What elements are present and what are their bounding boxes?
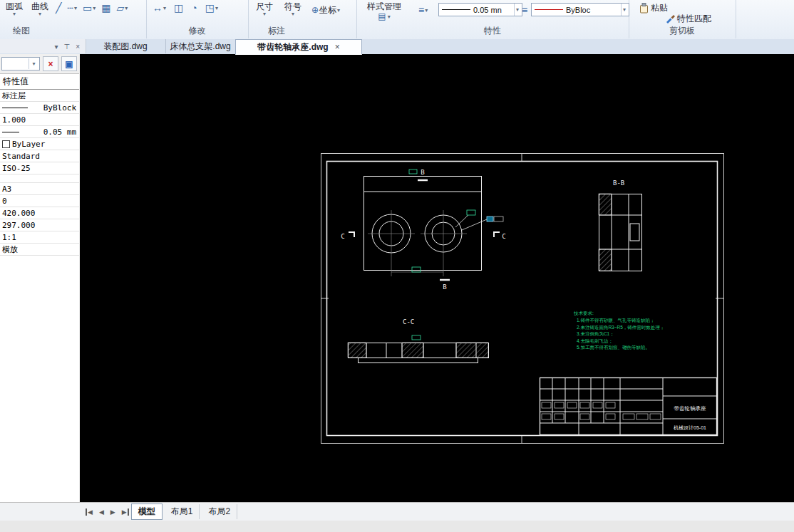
next-layout-button[interactable]: ▶ [110,508,115,516]
lineweight-sample-line [442,9,470,10]
first-layout-button[interactable]: ◀ [86,508,93,516]
chevron-down-icon [125,6,128,11]
chevron-down-icon [74,6,77,11]
group-label-modify: 修改 [146,25,248,37]
properties-palette: × ▣ 特性值 标注层 ByBlock 1.000 0.05 mm ByLaye… [0,54,81,502]
property-value: Standard [2,152,40,161]
polygon-icon: ▱ [116,2,124,14]
style-manager-button[interactable]: 样式管理 ▤ [364,1,405,22]
main-view [364,177,482,271]
view-label-cc: C-C [403,318,414,325]
section-marks: B B C C [341,169,505,291]
drawing-canvas[interactable]: B B C C B-B C-C 技术要求: 1.铸件不得有砂眼 [80,54,794,502]
property-row-bylayer[interactable]: ByLayer [0,138,79,150]
array-icon: ◳ [205,2,215,14]
palette-close-icon[interactable]: × [76,43,80,51]
line-sample [2,108,28,108]
sheet-inner-border [327,162,718,436]
tab-model[interactable]: 模型 [131,504,163,520]
dimension-button-label: 尺寸 [256,1,273,11]
tech-requirements-title: 技术要求: [573,311,594,316]
ribbon-group-draw: 圆弧 曲线 ╱ ┄ ▭ ▦ ▱ [0,0,147,38]
tech-requirements: 技术要求: 1.铸件不得有砂眼、气孔等铸造缺陷； 2.未注铸造圆角R3~R5，铸… [573,311,664,350]
tab-layout1[interactable]: 布局1 [165,504,200,519]
tech-line-4: 4.去除毛刺飞边； [577,338,613,344]
arc-button[interactable]: 圆弧 [2,1,26,17]
property-row-linetype-scale[interactable]: 1.000 [0,114,79,126]
tab-close-icon[interactable]: × [335,42,340,52]
property-row-paper-size[interactable]: A3 [0,183,79,195]
rotate-button[interactable]: ◔ [189,1,199,15]
last-layout-button[interactable]: ▶ [122,508,129,516]
cad-drawing: B B C C B-B C-C 技术要求: 1.铸件不得有砂眼 [80,54,794,502]
property-value: 0.05 mm [43,127,78,137]
property-value: 297.000 [2,221,35,230]
lineweight-select[interactable]: 0.05 mn [438,3,522,16]
rotate-icon: ◔ [191,2,197,14]
property-row-layer[interactable]: 标注层 [0,90,79,102]
property-row-height[interactable]: 297.000 [0,219,79,231]
curve-button[interactable]: 曲线 [28,1,52,17]
property-row-dim-style[interactable]: ISO-25 [0,162,79,174]
group-label-properties: 特性 [356,25,629,37]
layer-menu-button[interactable]: ≡ [416,3,430,17]
curve-button-label: 曲线 [31,1,48,11]
property-value: ByBlock [43,103,78,113]
style-list-icon: ▤ [378,11,386,21]
array-button[interactable]: ◳ [203,1,220,15]
ribbon-group-annotate: 尺寸 符号 ⊕ 坐标 标注 [248,0,357,38]
view-bb [599,194,642,271]
linetype-tool-button[interactable]: ┄ [65,1,78,15]
property-row-width[interactable]: 420.000 [0,207,79,219]
chevron-down-icon [337,8,340,13]
property-row-orientation[interactable]: 横放 [0,244,79,256]
line-icon: ╱ [56,2,61,14]
property-filter-select[interactable] [1,57,40,71]
property-row-color[interactable]: ByBlock [0,102,79,114]
property-value: ByLayer [12,140,45,149]
line-tool-button[interactable]: ╱ [53,1,63,15]
prev-layout-button[interactable]: ◀ [99,508,104,516]
property-row-scale[interactable]: 1:1 [0,231,79,244]
checkbox[interactable] [2,140,10,148]
match-properties-button[interactable]: 特性匹配 [663,11,713,26]
property-row-lineweight[interactable]: 0.05 mm [0,126,79,138]
chevron-down-icon [32,61,35,66]
property-row-spacer [0,174,79,183]
statusbar: ◀ ◀ ▶ ▶ 模型 布局1 布局2 [0,502,794,521]
rectangle-tool-button[interactable]: ▭ [81,1,98,15]
doc-tab-label: 装配图.dwg [103,41,147,53]
polygon-tool-button[interactable]: ▱ [114,1,130,15]
tab-layout2[interactable]: 布局2 [202,504,237,519]
chevron-down-icon [163,6,166,11]
group-label-draw: 绘图 [0,25,43,37]
brush-icon [665,14,675,24]
property-row-margin[interactable]: 0 [0,195,79,207]
ribbon-group-modify: ↔ ◫ ◔ ◳ 修改 [146,0,249,38]
property-value: 横放 [2,244,18,255]
section-label-b-top: B [421,169,424,176]
symbol-button[interactable]: 符号 [281,1,305,17]
dashed-line-icon: ┄ [67,2,73,14]
palette-dropdown-icon[interactable]: ▾ [54,43,58,51]
section-label-b-bottom: B [443,283,446,291]
clear-selection-button[interactable]: × [43,56,58,71]
palette-pin-icon[interactable]: ⊤ [63,43,70,51]
doc-tab-bed-frame[interactable]: 床体总支架.dwg [155,39,247,53]
linetype-menu-icon-button[interactable]: ≡ [520,3,530,17]
doc-tab-gear-bearing-seat[interactable]: 带齿轮轴承座.dwg × [235,39,362,55]
hatch-icon: ▦ [101,2,110,14]
color-select[interactable]: ByBloc [531,3,629,16]
property-row-text-style[interactable]: Standard [0,150,79,162]
centerlines [368,210,467,276]
dimension-button[interactable]: 尺寸 [252,1,277,17]
tech-line-3: 3.未注倒角为C1； [577,331,614,337]
chevron-down-icon [388,14,391,19]
hatch-tool-button[interactable]: ▦ [99,1,113,15]
select-objects-button[interactable]: ▣ [61,56,77,71]
copy-button[interactable]: ◫ [172,1,185,15]
tech-line-2: 2.未注铸造圆角R3~R5，铸件需时效处理； [577,325,664,330]
color-sample-line [535,9,563,10]
stretch-button[interactable]: ↔ [150,1,168,15]
coordinate-button[interactable]: ⊕ 坐标 [309,3,342,17]
